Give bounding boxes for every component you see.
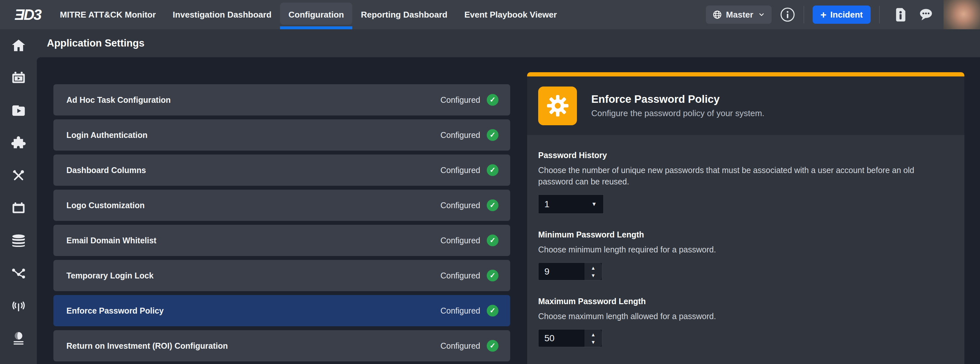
status-label: Configured xyxy=(441,236,480,245)
setting-detail-card: Enforce Password Policy Configure the pa… xyxy=(527,72,964,364)
detail-subtitle: Configure the password policy of your sy… xyxy=(591,108,764,119)
settings-list: Ad Hoc Task ConfigurationConfigured✓Logi… xyxy=(53,84,510,364)
settings-item[interactable]: Email Domain WhitelistConfigured✓ xyxy=(53,225,510,256)
d3-logo[interactable]: ƎD3 xyxy=(10,6,46,24)
status-label: Configured xyxy=(441,166,480,175)
min-password-length-section: Minimum Password Length Choose minimum l… xyxy=(538,230,942,280)
share-icon[interactable] xyxy=(11,266,26,281)
chat-icon[interactable] xyxy=(918,8,934,22)
integrations-icon[interactable] xyxy=(11,135,26,151)
user-avatar[interactable] xyxy=(943,0,980,29)
tab-event-playbook-viewer[interactable]: Event Playbook Viewer xyxy=(456,0,565,29)
field-description: Choose the number of unique new password… xyxy=(538,165,942,187)
settings-item-label: Return on Investment (ROI) Configuration xyxy=(67,341,228,351)
globe-icon xyxy=(713,10,722,19)
settings-item-label: Dashboard Columns xyxy=(67,166,146,175)
settings-item[interactable]: Dashboard ColumnsConfigured✓ xyxy=(53,155,510,186)
settings-item-label: Enforce Password Policy xyxy=(67,306,164,315)
status-label: Configured xyxy=(441,201,480,210)
status-label: Configured xyxy=(441,306,480,315)
info-icon[interactable] xyxy=(780,7,795,22)
home-icon[interactable] xyxy=(11,38,26,53)
chevron-down-icon xyxy=(758,11,765,18)
settings-item[interactable]: Temporary Login LockConfigured✓ xyxy=(53,260,510,291)
configured-check-icon: ✓ xyxy=(487,129,498,141)
field-label: Password History xyxy=(538,150,942,160)
new-incident-button[interactable]: + Incident xyxy=(813,6,870,24)
min-password-length-input[interactable]: 9 ▲ ▼ xyxy=(538,263,602,280)
release-notes-icon[interactable] xyxy=(893,7,908,22)
number-value: 50 xyxy=(539,329,584,347)
broadcast-icon[interactable] xyxy=(11,298,26,313)
settings-item-label: Logo Customization xyxy=(67,201,145,210)
settings-item-status-group: Configured✓ xyxy=(441,234,498,246)
data-icon[interactable] xyxy=(11,233,26,248)
detail-body: Password History Choose the number of un… xyxy=(527,135,964,364)
tab-reporting-dashboard[interactable]: Reporting Dashboard xyxy=(352,0,456,29)
status-label: Configured xyxy=(441,95,480,105)
tab-mitre-attack-monitor[interactable]: MITRE ATT&CK Monitor xyxy=(51,0,164,29)
configured-check-icon: ✓ xyxy=(487,164,498,176)
settings-item[interactable]: Return on Investment (ROI) Configuration… xyxy=(53,330,510,361)
dropdown-arrow-icon: ▼ xyxy=(591,201,597,207)
field-description: Choose minimum length required for a pas… xyxy=(538,244,942,255)
field-label: Minimum Password Length xyxy=(538,230,942,239)
number-spinner: ▲ ▼ xyxy=(584,263,602,280)
detail-accent-bar xyxy=(527,72,964,76)
spin-up-button[interactable]: ▲ xyxy=(588,264,599,272)
spin-down-button[interactable]: ▼ xyxy=(588,272,599,279)
field-description: Choose maximum length allowed for a pass… xyxy=(538,311,942,322)
main-panel: Ad Hoc Task ConfigurationConfigured✓Logi… xyxy=(37,57,980,364)
detail-title: Enforce Password Policy xyxy=(591,93,764,105)
status-label: Configured xyxy=(441,341,480,351)
site-selector-label: Master xyxy=(726,10,753,20)
configured-check-icon: ✓ xyxy=(487,94,498,106)
site-selector-button[interactable]: Master xyxy=(706,6,772,24)
settings-item-label: Login Authentication xyxy=(67,130,148,140)
settings-item[interactable]: Enforce Password PolicyConfigured✓ xyxy=(53,295,510,326)
configured-check-icon: ✓ xyxy=(487,270,498,282)
tab-investigation-dashboard[interactable]: Investigation Dashboard xyxy=(164,0,280,29)
configured-check-icon: ✓ xyxy=(487,234,498,246)
max-password-length-section: Maximum Password Length Choose maximum l… xyxy=(538,297,942,347)
tab-configuration[interactable]: Configuration xyxy=(280,0,352,29)
settings-item-status-group: Configured✓ xyxy=(441,129,498,141)
page-title: Application Settings xyxy=(47,29,145,57)
top-navigation-bar: ƎD3 MITRE ATT&CK Monitor Investigation D… xyxy=(0,0,980,29)
settings-item-status-group: Configured✓ xyxy=(441,94,498,106)
plus-icon: + xyxy=(821,9,827,20)
password-history-section: Password History Choose the number of un… xyxy=(538,150,942,214)
status-label: Configured xyxy=(441,130,480,140)
detail-header: Enforce Password Policy Configure the pa… xyxy=(527,76,964,135)
select-value: 1 xyxy=(544,199,550,209)
settings-item-label: Email Domain Whitelist xyxy=(67,236,156,245)
configured-check-icon: ✓ xyxy=(487,305,498,317)
playbook-icon[interactable] xyxy=(11,103,26,119)
web-icon[interactable] xyxy=(11,331,26,346)
settings-item-label: Ad Hoc Task Configuration xyxy=(67,95,170,105)
field-label: Maximum Password Length xyxy=(538,297,942,306)
settings-item[interactable]: Logo CustomizationConfigured✓ xyxy=(53,190,510,221)
configured-check-icon: ✓ xyxy=(487,199,498,211)
settings-item-status-group: Configured✓ xyxy=(441,164,498,176)
event-playbook-icon[interactable] xyxy=(11,70,26,86)
password-history-select[interactable]: 1 ▼ xyxy=(538,195,604,214)
settings-item[interactable]: Ad Hoc Task ConfigurationConfigured✓ xyxy=(53,84,510,116)
configured-check-icon: ✓ xyxy=(487,340,498,351)
spin-up-button[interactable]: ▲ xyxy=(588,331,599,338)
spin-down-button[interactable]: ▼ xyxy=(588,338,599,346)
settings-item-label: Temporary Login Lock xyxy=(67,271,154,280)
max-password-length-input[interactable]: 50 ▲ ▼ xyxy=(538,329,602,347)
topbar-actions: Master + Incident xyxy=(706,0,980,29)
topbar-divider xyxy=(879,6,880,24)
calendar-icon[interactable] xyxy=(11,200,26,216)
utilities-icon[interactable] xyxy=(11,168,26,184)
settings-item[interactable]: Login AuthenticationConfigured✓ xyxy=(53,119,510,150)
settings-item-status-group: Configured✓ xyxy=(441,199,498,211)
number-value: 9 xyxy=(539,263,584,280)
settings-item-status-group: Configured✓ xyxy=(441,340,498,351)
number-spinner: ▲ ▼ xyxy=(584,329,602,347)
left-sidebar xyxy=(0,29,37,364)
gear-icon xyxy=(538,87,577,125)
settings-item-status-group: Configured✓ xyxy=(441,305,498,317)
